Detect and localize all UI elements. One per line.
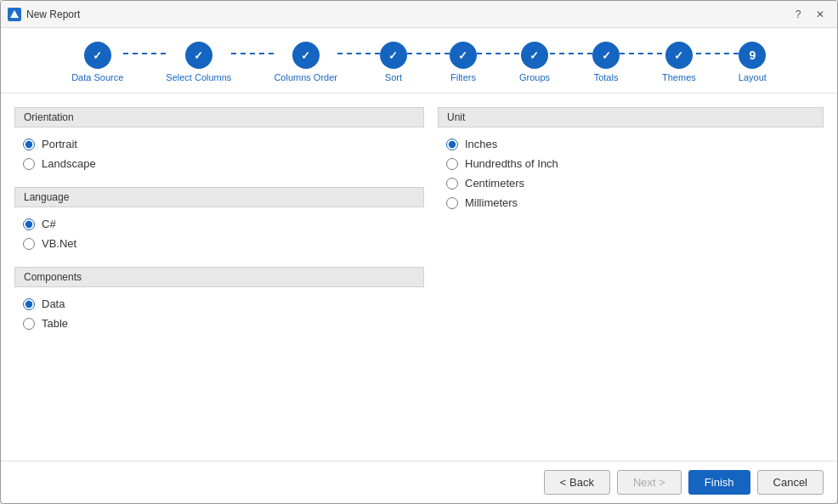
step-groups[interactable]: ✓ Groups xyxy=(519,42,550,82)
step-circle-totals: ✓ xyxy=(592,42,620,69)
finish-button[interactable]: Finish xyxy=(688,470,750,495)
unit-header: Unit xyxy=(438,107,824,127)
bottom-bar: < Back Next > Finish Cancel xyxy=(1,461,837,503)
data-option[interactable]: Data xyxy=(14,294,424,314)
steps-container: ✓ Data Source ✓ Select Columns ✓ Columns… xyxy=(71,42,767,82)
csharp-option[interactable]: C# xyxy=(14,214,424,234)
vbnet-option[interactable]: VB.Net xyxy=(14,234,424,253)
step-label-layout: Layout xyxy=(739,72,767,82)
millimeters-label: Millimeters xyxy=(465,196,518,209)
hundredths-option[interactable]: Hundredths of Inch xyxy=(438,154,824,173)
unit-section: Unit Inches Hundredths of Inch Centimete… xyxy=(438,107,824,212)
centimeters-option[interactable]: Centimeters xyxy=(438,173,824,193)
step-label-totals: Totals xyxy=(594,72,619,82)
connector-6 xyxy=(550,53,592,54)
vbnet-label: VB.Net xyxy=(42,237,76,250)
close-button[interactable]: ✕ xyxy=(810,6,830,23)
table-radio[interactable] xyxy=(23,318,35,330)
inches-radio[interactable] xyxy=(446,139,458,150)
step-label-data-source: Data Source xyxy=(71,72,123,82)
right-panel: Unit Inches Hundredths of Inch Centimete… xyxy=(431,107,824,447)
window-title: New Report xyxy=(26,8,788,20)
window-controls: ? ✕ xyxy=(788,6,830,23)
step-circle-groups: ✓ xyxy=(521,42,548,69)
hundredths-radio[interactable] xyxy=(446,158,458,170)
connector-7 xyxy=(620,53,662,54)
components-section: Components Data Table xyxy=(14,267,424,333)
step-circle-sort: ✓ xyxy=(380,42,407,69)
wizard-steps: ✓ Data Source ✓ Select Columns ✓ Columns… xyxy=(1,28,837,93)
step-layout[interactable]: 9 Layout xyxy=(739,42,767,82)
landscape-label: Landscape xyxy=(42,157,96,170)
inches-option[interactable]: Inches xyxy=(438,134,824,154)
step-circle-themes: ✓ xyxy=(665,42,693,69)
orientation-header: Orientation xyxy=(14,107,424,127)
step-circle-columns-order: ✓ xyxy=(292,42,320,69)
step-circle-filters: ✓ xyxy=(450,42,477,69)
step-themes[interactable]: ✓ Themes xyxy=(662,42,696,82)
svg-marker-0 xyxy=(10,10,19,18)
centimeters-radio[interactable] xyxy=(446,178,458,190)
help-button[interactable]: ? xyxy=(788,6,808,23)
landscape-radio[interactable] xyxy=(23,158,35,170)
inches-label: Inches xyxy=(465,138,497,150)
step-circle-select-columns: ✓ xyxy=(185,42,212,69)
hundredths-label: Hundredths of Inch xyxy=(465,157,558,170)
step-circle-data-source: ✓ xyxy=(84,42,111,69)
vbnet-radio[interactable] xyxy=(23,238,35,250)
connector-2 xyxy=(231,53,274,54)
connector-8 xyxy=(696,53,739,54)
cancel-button[interactable]: Cancel xyxy=(757,470,824,495)
data-radio[interactable] xyxy=(23,298,35,310)
step-columns-order[interactable]: ✓ Columns Order xyxy=(274,42,337,82)
step-circle-layout: 9 xyxy=(739,42,766,69)
step-sort[interactable]: ✓ Sort xyxy=(380,42,407,82)
orientation-section: Orientation Portrait Landscape xyxy=(14,107,424,173)
step-data-source[interactable]: ✓ Data Source xyxy=(71,42,123,82)
connector-1 xyxy=(123,53,166,54)
step-label-columns-order: Columns Order xyxy=(274,72,337,82)
main-window: New Report ? ✕ ✓ Data Source ✓ Select Co… xyxy=(0,0,838,504)
step-label-select-columns: Select Columns xyxy=(166,72,231,82)
step-label-themes: Themes xyxy=(662,72,696,82)
back-button[interactable]: < Back xyxy=(544,470,610,495)
step-filters[interactable]: ✓ Filters xyxy=(450,42,477,82)
connector-5 xyxy=(477,53,519,54)
step-label-groups: Groups xyxy=(519,72,550,82)
data-label: Data xyxy=(42,297,65,310)
table-option[interactable]: Table xyxy=(14,314,424,333)
centimeters-label: Centimeters xyxy=(465,177,524,190)
main-content: Orientation Portrait Landscape Language … xyxy=(1,93,837,461)
app-icon xyxy=(8,8,21,21)
step-select-columns[interactable]: ✓ Select Columns xyxy=(166,42,231,82)
portrait-radio[interactable] xyxy=(23,139,35,150)
left-panel: Orientation Portrait Landscape Language … xyxy=(14,107,431,447)
components-header: Components xyxy=(14,267,424,287)
csharp-radio[interactable] xyxy=(23,218,35,230)
millimeters-option[interactable]: Millimeters xyxy=(438,193,824,212)
title-bar: New Report ? ✕ xyxy=(1,1,837,28)
connector-3 xyxy=(337,53,380,54)
landscape-option[interactable]: Landscape xyxy=(14,154,424,173)
next-button[interactable]: Next > xyxy=(617,470,682,495)
step-label-filters: Filters xyxy=(450,72,476,82)
step-label-sort: Sort xyxy=(385,72,402,82)
portrait-label: Portrait xyxy=(42,138,77,150)
language-header: Language xyxy=(14,187,424,207)
step-totals[interactable]: ✓ Totals xyxy=(592,42,620,82)
table-label: Table xyxy=(42,317,68,330)
language-section: Language C# VB.Net xyxy=(14,187,424,253)
connector-4 xyxy=(407,53,450,54)
csharp-label: C# xyxy=(42,218,56,230)
portrait-option[interactable]: Portrait xyxy=(14,134,424,154)
millimeters-radio[interactable] xyxy=(446,197,458,209)
